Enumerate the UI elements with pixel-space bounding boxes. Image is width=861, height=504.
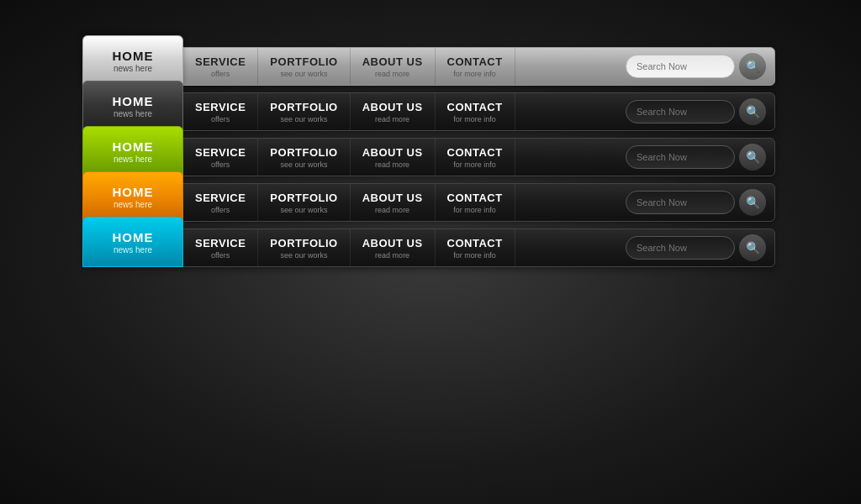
- nav-item-sublabel: offers: [211, 70, 230, 78]
- nav-item-label: PORTFOLIO: [270, 237, 337, 249]
- nav-item-label: ABOUT US: [362, 237, 423, 249]
- home-sublabel: news here: [114, 109, 152, 118]
- nav-items: SERVICE offers PORTFOLIO see our works A…: [183, 184, 626, 221]
- search-input[interactable]: [626, 55, 735, 78]
- nav-item-sublabel: offers: [211, 160, 230, 169]
- nav-item-label: ABOUT US: [362, 101, 423, 113]
- nav-item-service[interactable]: SERVICE offers: [183, 48, 258, 85]
- nav-item-sublabel: offers: [211, 115, 230, 123]
- nav-items: SERVICE offers PORTFOLIO see our works A…: [183, 93, 626, 130]
- nav-item-label: SERVICE: [195, 192, 246, 204]
- home-label: HOME: [113, 49, 154, 63]
- home-tab-silver[interactable]: HOME news here: [82, 35, 183, 86]
- nav-item-service[interactable]: SERVICE offers: [183, 229, 258, 266]
- search-area: 🔍: [626, 189, 766, 216]
- home-tab-orange[interactable]: HOME news here: [82, 171, 183, 222]
- nav-item-sublabel: for more info: [453, 206, 496, 214]
- search-button[interactable]: 🔍: [739, 189, 766, 216]
- nav-items: SERVICE offers PORTFOLIO see our works A…: [183, 139, 626, 176]
- search-button[interactable]: 🔍: [739, 144, 766, 171]
- nav-item-contact[interactable]: CONTACT for more info: [436, 93, 515, 130]
- search-button[interactable]: 🔍: [739, 53, 766, 80]
- nav-item-service[interactable]: SERVICE offers: [183, 184, 258, 221]
- nav-item-label: ABOUT US: [362, 146, 423, 159]
- nav-item-sublabel: see our works: [281, 70, 328, 78]
- nav-item-label: PORTFOLIO: [270, 101, 337, 113]
- search-button[interactable]: 🔍: [739, 98, 766, 125]
- navbar-green: HOME news here SERVICE offers PORTFOLIO …: [86, 138, 775, 176]
- nav-item-about-us[interactable]: ABOUT US read more: [351, 139, 436, 176]
- nav-item-sublabel: offers: [211, 206, 230, 214]
- nav-item-about-us[interactable]: ABOUT US read more: [351, 229, 436, 266]
- home-label: HOME: [113, 94, 154, 108]
- nav-item-about-us[interactable]: ABOUT US read more: [351, 48, 436, 85]
- navbar-dark: HOME news here SERVICE offers PORTFOLIO …: [86, 92, 775, 131]
- nav-item-service[interactable]: SERVICE offers: [183, 139, 258, 176]
- nav-item-sublabel: for more info: [453, 160, 496, 169]
- nav-item-sublabel: read more: [375, 70, 409, 78]
- nav-item-sublabel: see our works: [281, 251, 328, 260]
- nav-item-sublabel: see our works: [281, 206, 328, 214]
- search-area: 🔍: [626, 234, 766, 261]
- search-area: 🔍: [626, 98, 766, 125]
- nav-item-label: PORTFOLIO: [270, 146, 337, 159]
- nav-item-portfolio[interactable]: PORTFOLIO see our works: [258, 93, 350, 130]
- home-label: HOME: [113, 139, 154, 154]
- nav-item-label: CONTACT: [447, 146, 503, 159]
- nav-item-portfolio[interactable]: PORTFOLIO see our works: [258, 184, 350, 221]
- home-label: HOME: [113, 185, 154, 199]
- search-input[interactable]: [626, 191, 735, 214]
- nav-item-portfolio[interactable]: PORTFOLIO see our works: [258, 229, 350, 266]
- nav-items: SERVICE offers PORTFOLIO see our works A…: [183, 229, 626, 266]
- nav-item-sublabel: read more: [375, 206, 409, 214]
- nav-item-sublabel: see our works: [281, 115, 328, 123]
- nav-item-sublabel: offers: [211, 251, 230, 260]
- nav-item-sublabel: read more: [375, 115, 409, 123]
- home-tab-green[interactable]: HOME news here: [82, 126, 183, 176]
- nav-item-contact[interactable]: CONTACT for more info: [436, 139, 515, 176]
- nav-item-label: CONTACT: [447, 192, 503, 204]
- search-input[interactable]: [626, 236, 735, 260]
- home-tab-cyan[interactable]: HOME news here: [82, 217, 183, 267]
- nav-item-sublabel: for more info: [453, 115, 496, 123]
- nav-item-service[interactable]: SERVICE offers: [183, 93, 258, 130]
- nav-item-label: CONTACT: [447, 101, 503, 113]
- home-label: HOME: [113, 230, 154, 244]
- nav-item-about-us[interactable]: ABOUT US read more: [351, 184, 436, 221]
- nav-item-sublabel: read more: [375, 160, 409, 169]
- navbar-orange: HOME news here SERVICE offers PORTFOLIO …: [86, 183, 775, 222]
- nav-item-portfolio[interactable]: PORTFOLIO see our works: [258, 48, 350, 85]
- nav-item-sublabel: for more info: [453, 251, 496, 260]
- nav-item-contact[interactable]: CONTACT for more info: [436, 48, 515, 85]
- nav-item-label: SERVICE: [195, 101, 246, 113]
- nav-item-label: PORTFOLIO: [270, 192, 337, 204]
- search-button[interactable]: 🔍: [739, 234, 766, 261]
- nav-items: SERVICE offers PORTFOLIO see our works A…: [183, 48, 626, 85]
- nav-item-label: SERVICE: [195, 55, 246, 68]
- navbar-cyan: HOME news here SERVICE offers PORTFOLIO …: [86, 228, 775, 267]
- nav-item-contact[interactable]: CONTACT for more info: [436, 184, 515, 221]
- home-tab-dark[interactable]: HOME news here: [82, 81, 183, 131]
- nav-item-sublabel: for more info: [453, 70, 496, 78]
- search-area: 🔍: [626, 144, 766, 171]
- home-sublabel: news here: [114, 200, 152, 209]
- nav-item-label: PORTFOLIO: [270, 55, 337, 68]
- nav-item-label: SERVICE: [195, 146, 246, 159]
- nav-item-contact[interactable]: CONTACT for more info: [436, 229, 515, 266]
- home-sublabel: news here: [114, 64, 152, 73]
- nav-item-about-us[interactable]: ABOUT US read more: [351, 93, 436, 130]
- search-input[interactable]: [626, 145, 735, 169]
- home-sublabel: news here: [114, 155, 152, 164]
- nav-item-sublabel: read more: [375, 251, 409, 260]
- nav-item-portfolio[interactable]: PORTFOLIO see our works: [258, 139, 350, 176]
- navbar-silver: HOME news here SERVICE offers PORTFOLIO …: [86, 47, 775, 86]
- search-input[interactable]: [626, 100, 735, 123]
- nav-item-sublabel: see our works: [281, 160, 328, 169]
- nav-item-label: ABOUT US: [362, 192, 423, 204]
- nav-item-label: CONTACT: [447, 237, 503, 249]
- nav-item-label: SERVICE: [195, 237, 246, 249]
- nav-item-label: CONTACT: [447, 55, 503, 68]
- home-sublabel: news here: [114, 245, 152, 255]
- navbars-container: HOME news here SERVICE offers PORTFOLIO …: [86, 47, 775, 267]
- nav-item-label: ABOUT US: [362, 55, 423, 68]
